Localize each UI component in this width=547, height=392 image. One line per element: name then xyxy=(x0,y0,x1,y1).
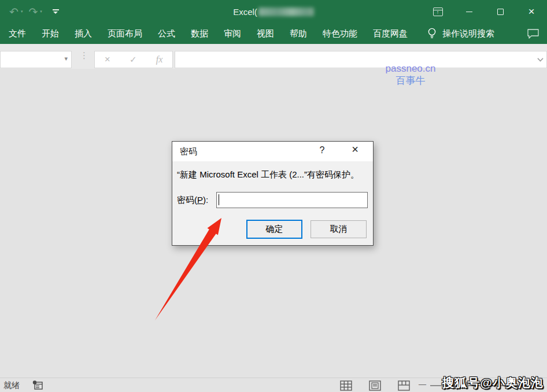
redo-icon[interactable]: ↷ xyxy=(28,6,38,17)
blurred-filename xyxy=(258,8,314,16)
tab-home[interactable]: 开始 xyxy=(42,28,59,39)
tab-view[interactable]: 视图 xyxy=(257,28,274,39)
formula-input[interactable] xyxy=(175,51,547,68)
page-layout-view-icon[interactable] xyxy=(369,380,381,391)
maximize-button[interactable] xyxy=(485,0,516,23)
lightbulb-icon xyxy=(427,27,437,40)
tab-help[interactable]: 帮助 xyxy=(290,28,307,39)
undo-dropdown-icon[interactable]: ▾ xyxy=(21,9,23,14)
zoom-out-button[interactable]: — xyxy=(419,380,426,389)
password-label: 密码(P): xyxy=(177,195,208,206)
tab-formulas[interactable]: 公式 xyxy=(158,28,175,39)
name-box-dropdown-icon[interactable]: ▾ xyxy=(64,55,68,62)
close-button[interactable]: × xyxy=(516,0,547,23)
dialog-help-button[interactable]: ? xyxy=(315,145,329,156)
macro-record-icon[interactable] xyxy=(32,380,43,390)
password-input[interactable] xyxy=(216,192,368,208)
sohu-watermark: 搜狐号@小奥泡泡 xyxy=(442,375,544,391)
dialog-title: 密码 xyxy=(180,146,197,157)
tell-me-search[interactable]: 操作说明搜索 xyxy=(427,27,494,40)
dialog-titlebar[interactable]: 密码 ? × xyxy=(172,142,373,161)
close-icon: × xyxy=(528,5,534,18)
dialog-close-button[interactable]: × xyxy=(348,143,363,156)
window-title-text: Excel( xyxy=(233,7,257,17)
undo-icon[interactable]: ↶ xyxy=(9,6,19,17)
cancel-entry-icon[interactable]: × xyxy=(105,54,110,65)
ok-button[interactable]: 确定 xyxy=(246,220,302,239)
insert-function-icon[interactable]: fx xyxy=(156,54,163,65)
site-watermark-url: passneo.cn xyxy=(370,62,451,75)
formula-bar-row: ▾ ⋮ × ✓ fx xyxy=(0,44,547,69)
password-dialog: 密码 ? × “新建 Microsoft Excel 工作表 (2...”有密码… xyxy=(172,141,374,246)
dialog-message: “新建 Microsoft Excel 工作表 (2...”有密码保护。 xyxy=(177,169,359,180)
tab-data[interactable]: 数据 xyxy=(191,28,208,39)
formula-buttons: × ✓ fx xyxy=(94,51,173,68)
tab-insert[interactable]: 插入 xyxy=(75,28,92,39)
excel-window: ↶ ▾ ↷ ▾ Excel( × 文件 开始 插入 页面布局 公式 数据 审阅 … xyxy=(0,0,547,392)
site-watermark: passneo.cn 百事牛 xyxy=(370,62,451,87)
formula-bar-grip-icon: ⋮ xyxy=(80,50,88,61)
expand-formula-bar-icon[interactable] xyxy=(538,56,542,61)
window-controls: × xyxy=(422,0,547,23)
ribbon-display-options-icon xyxy=(433,8,443,16)
customize-quick-access-icon[interactable] xyxy=(53,9,59,14)
ready-status: 就绪 xyxy=(3,380,20,391)
text-caret xyxy=(219,194,219,205)
tab-review[interactable]: 审阅 xyxy=(224,28,241,39)
site-watermark-brand: 百事牛 xyxy=(370,75,451,87)
ribbon-display-options-button[interactable] xyxy=(422,0,453,23)
enter-entry-icon[interactable]: ✓ xyxy=(130,54,137,65)
quick-access-toolbar: ↶ ▾ ↷ ▾ xyxy=(9,0,59,23)
normal-view-icon[interactable] xyxy=(340,380,352,391)
minimize-icon xyxy=(466,12,472,12)
tab-baidu-netdisk[interactable]: 百度网盘 xyxy=(373,28,408,39)
tab-file[interactable]: 文件 xyxy=(9,28,26,39)
maximize-icon xyxy=(497,9,504,15)
name-box[interactable]: ▾ xyxy=(0,51,72,68)
comment-bubble-icon xyxy=(527,28,539,39)
tab-page-layout[interactable]: 页面布局 xyxy=(108,28,142,39)
page-break-preview-icon[interactable] xyxy=(398,380,410,391)
tell-me-label: 操作说明搜索 xyxy=(442,28,494,39)
ribbon-tabbar: 文件 开始 插入 页面布局 公式 数据 审阅 视图 帮助 特色功能 百度网盘 操… xyxy=(0,23,547,44)
tab-special-features[interactable]: 特色功能 xyxy=(323,28,357,39)
minimize-button[interactable] xyxy=(453,0,485,23)
comments-button[interactable] xyxy=(527,28,539,39)
redo-dropdown-icon[interactable]: ▾ xyxy=(40,9,42,14)
titlebar: ↶ ▾ ↷ ▾ Excel( × xyxy=(0,0,547,23)
cancel-button[interactable]: 取消 xyxy=(311,220,367,238)
